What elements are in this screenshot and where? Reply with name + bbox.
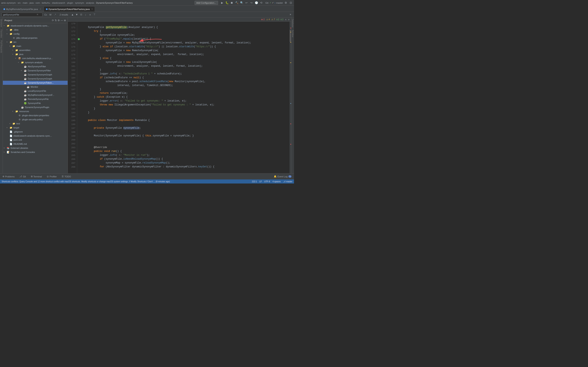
todo-tab[interactable]: ☰ TODO xyxy=(61,175,72,178)
problems-tab[interactable]: ⊗ Problems xyxy=(2,175,15,178)
sciview-label[interactable]: SciView xyxy=(291,29,294,38)
search-everywhere-icon[interactable]: 🔍 xyxy=(240,1,244,5)
main-content: Structure Favorites Pull Requests Projec… xyxy=(0,17,294,173)
right-vertical-labels: Database SciView xyxy=(291,17,294,173)
tree-item[interactable]: ⚙ jdbc-reload.properies xyxy=(3,36,68,40)
tree-item[interactable]: ☕ LocalSynonymFile xyxy=(3,89,68,93)
tree-item[interactable]: 🟢 SynonymFile xyxy=(3,101,68,105)
error-count[interactable]: ⊗ 2 xyxy=(261,18,265,21)
tree-item[interactable]: ▾📁 config xyxy=(3,32,68,36)
database-label[interactable]: Database xyxy=(291,17,294,29)
tree-item[interactable]: 📄 elasticsearch-analysis-dynamic-sync... xyxy=(3,134,68,138)
git-tab[interactable]: ⎇ Git xyxy=(18,175,26,178)
build-icon[interactable]: 🔨 xyxy=(235,1,239,5)
search-prev-btn[interactable]: ▲ xyxy=(71,13,75,16)
search-close-btn[interactable]: ✕ xyxy=(36,13,38,16)
tree-item[interactable]: ▾📦 com.bellszhu.elasticsearch.p... xyxy=(3,56,68,60)
search-opts-btn[interactable]: ≡ xyxy=(88,13,92,17)
structure-label[interactable]: Structure xyxy=(0,17,3,28)
tree-item[interactable]: ☕ RemoteSynonymFile xyxy=(3,97,68,101)
regex-btn[interactable]: .* xyxy=(53,13,57,17)
tree-item[interactable]: ▾📁 java xyxy=(3,52,68,56)
tree-item[interactable]: ⚙ plugin-descriptor.properties xyxy=(3,113,68,117)
tree-item[interactable]: 📄 README.md xyxy=(3,142,68,146)
scrollbar-thumb[interactable] xyxy=(290,30,291,42)
close-icon-dynamic[interactable]: × xyxy=(91,8,93,10)
add-config-button[interactable]: Add Configuration... xyxy=(195,1,218,5)
editor-status-bar: ⊗ 2 ⚠ 4 ⚠ 7 ℹ 2 ℹ 2 ∧ ∨ xyxy=(68,17,291,22)
tree-item[interactable]: ☕ Monitor xyxy=(3,85,68,89)
favorites-label[interactable]: Favorites xyxy=(0,28,3,39)
project-sync-icon[interactable]: ⟳ xyxy=(52,19,54,22)
tree-item[interactable]: ⚙ plugin-security.policy xyxy=(3,117,68,122)
tree-item[interactable]: ▾📝 Scratches and Consoles xyxy=(3,150,68,154)
stop-icon[interactable]: ⏹ xyxy=(230,1,234,5)
terminal-tab[interactable]: ⊞ Terminal xyxy=(30,175,43,178)
tree-item[interactable]: 📄 pom.xml xyxy=(3,138,68,142)
tree-item[interactable]: ☕ MySqlRemoteSynonymF... xyxy=(3,93,68,97)
debug-icon[interactable]: 🐛 xyxy=(225,1,229,5)
search-input[interactable] xyxy=(3,13,36,16)
event-log-icon: 🔔 xyxy=(274,175,277,178)
undo-icon[interactable]: ↩ xyxy=(245,1,249,5)
pull-requests-label[interactable]: Pull Requests xyxy=(0,39,3,54)
revert-icon[interactable]: ⟲ xyxy=(259,1,263,5)
code-line: Monitor(SynonymFile synonymFile) { this.… xyxy=(82,134,290,138)
tree-item[interactable]: ▾📁 assemblies xyxy=(3,48,68,52)
code-line: synonymFile = new LocalSynonymFile( xyxy=(82,60,290,64)
tree-item[interactable]: ▾☕ DynamicSynonymFilter xyxy=(3,68,68,73)
info-count[interactable]: ℹ 2 xyxy=(277,18,279,21)
code-lines[interactable]: SynonymFile getSynonymFile(Analyzer anal… xyxy=(80,22,290,173)
tab-mysql[interactable]: MySqlRemoteSynonymFile.java × xyxy=(1,6,43,12)
run-icon[interactable]: ▶ xyxy=(220,1,224,5)
git-branch: master xyxy=(276,2,283,4)
tree-item[interactable]: ▾📁 target xyxy=(3,125,68,130)
tab-bar: MySqlRemoteSynonymFile.java × DynamicSyn… xyxy=(0,6,294,12)
project-gear-icon[interactable]: ⚙ xyxy=(58,19,60,22)
history-icon[interactable]: 🕐 xyxy=(254,1,259,5)
project-sort-icon[interactable]: ⇅ xyxy=(55,19,57,22)
collapse-icon[interactable]: ∨ xyxy=(288,18,290,21)
tree-item[interactable]: ▾📁 elasticsearch-analysis-dynamic-syno..… xyxy=(3,24,68,28)
redo-icon[interactable]: ↪ xyxy=(250,1,254,5)
code-line: environment, analyzer, expand, lenient, … xyxy=(82,64,290,68)
scrollbar-vertical[interactable] xyxy=(290,22,291,173)
layout-icon[interactable]: ⊡ xyxy=(289,1,293,5)
tree-item[interactable]: ▾📁 src xyxy=(3,40,68,44)
tree-item[interactable]: ▾📚 External Libraries xyxy=(3,146,68,150)
warning-count-7[interactable]: ⚠ 7 xyxy=(271,18,275,21)
whole-word-btn[interactable]: W xyxy=(48,13,52,17)
tree-item[interactable]: ▾📁 main xyxy=(3,44,68,48)
match-case-btn[interactable]: Cc xyxy=(44,13,48,17)
profiler-label: Profiler xyxy=(50,175,57,178)
tree-item[interactable]: ▾📁 resources xyxy=(3,109,68,113)
tree-item[interactable]: ▾📁 test xyxy=(3,122,68,125)
search-filter-btn[interactable]: ⊤ xyxy=(93,13,96,17)
search-input-wrapper[interactable]: ✕ xyxy=(2,13,43,17)
warning-count-4[interactable]: ⚠ 4 xyxy=(266,18,270,21)
gutter xyxy=(77,22,80,173)
search-select-all-btn[interactable]: ⊡ xyxy=(79,13,83,17)
tree-item[interactable]: 📄 .gitignore xyxy=(3,130,68,134)
tree-item[interactable]: ☕ DynamicSynonymGraph xyxy=(3,73,68,77)
tree-item[interactable]: ▾📁 synonym.analysis xyxy=(3,60,68,64)
close-icon-mysql[interactable]: × xyxy=(40,8,41,10)
profiler-tab[interactable]: ◎ Profiler xyxy=(46,175,58,178)
status-encoding: UTF-8 xyxy=(264,180,270,183)
search-next-btn[interactable]: ▼ xyxy=(75,13,79,16)
tree-item[interactable]: ☕ DynamicSynonymGraph xyxy=(3,77,68,81)
tab-dynamic[interactable]: DynamicSynonymTokenFilterFactory.java × xyxy=(44,6,95,12)
settings-icon[interactable]: ⚙ xyxy=(284,1,288,5)
expand-icon[interactable]: ∧ xyxy=(285,18,286,21)
project-collapse-icon[interactable]: — xyxy=(61,19,63,22)
tree-item[interactable]: ▾📁 .idea xyxy=(3,28,68,32)
event-log-tab[interactable]: 🔔 Event Log 1 xyxy=(273,175,292,178)
search-replace-btn[interactable]: ↕ xyxy=(84,13,87,17)
project-expand-icon[interactable]: ⊕ xyxy=(64,19,66,22)
search-close-bar[interactable]: ✕ xyxy=(288,13,292,17)
tree-item-selected[interactable]: ▾☕ DynamicSynonymToken... xyxy=(3,81,68,85)
info-count-2[interactable]: ℹ 2 xyxy=(281,18,283,21)
tree-item[interactable]: ☕ DynamicSynonymPlugin xyxy=(3,105,68,109)
terminal-icon: ⊞ xyxy=(31,175,33,178)
tree-item[interactable]: ☕ AbsSynonymFilter xyxy=(3,64,68,68)
